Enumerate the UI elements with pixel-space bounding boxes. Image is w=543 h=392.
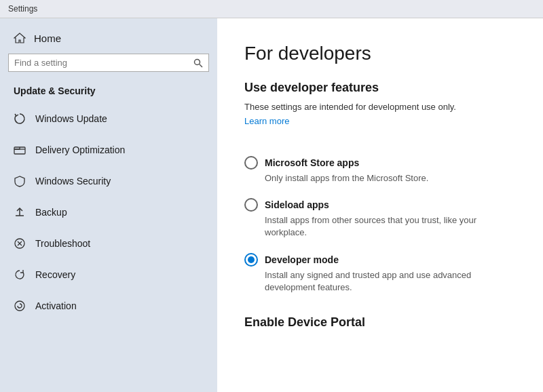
update-icon — [14, 113, 26, 125]
delivery-icon — [14, 144, 26, 156]
sidebar-section-title: Update & Security — [0, 81, 217, 103]
recovery-icon — [14, 269, 26, 281]
radio-group: Microsoft Store apps Only install apps f… — [244, 156, 516, 294]
radio-title-developer-mode: Developer mode — [265, 254, 339, 265]
search-box — [8, 54, 209, 72]
sidebar-item-windows-security[interactable]: Windows Security — [0, 165, 217, 197]
page-title: For developers — [244, 43, 516, 64]
learn-more-link[interactable]: Learn more — [244, 116, 289, 126]
sidebar-item-label: Troubleshoot — [35, 238, 90, 249]
sidebar-item-label: Delivery Optimization — [35, 144, 125, 155]
sidebar-item-activation[interactable]: Activation — [0, 290, 217, 321]
sidebar-item-label: Backup — [35, 207, 67, 218]
sidebar-items-list: Windows Update Delivery Optimization — [0, 103, 217, 321]
sidebar-item-label: Activation — [35, 300, 77, 311]
troubleshoot-icon — [14, 237, 26, 250]
radio-circle-sideload[interactable] — [244, 198, 258, 212]
title-bar: Settings — [0, 0, 543, 18]
sidebar-item-recovery[interactable]: Recovery — [0, 259, 217, 290]
search-input[interactable] — [14, 58, 193, 68]
sidebar-item-label: Recovery — [35, 269, 75, 280]
main-layout: Home Update & Security — [0, 18, 543, 392]
search-button[interactable] — [193, 58, 203, 68]
radio-desc-sideload: Install apps from other sources that you… — [244, 214, 516, 239]
sidebar-item-label: Windows Update — [35, 113, 107, 124]
home-label: Home — [34, 33, 61, 44]
radio-label-row-developer-mode[interactable]: Developer mode — [244, 253, 516, 267]
svg-line-1 — [200, 64, 202, 66]
content-area: For developers Use developer features Th… — [217, 18, 543, 392]
backup-icon — [14, 206, 26, 218]
radio-title-microsoft-store: Microsoft Store apps — [265, 157, 359, 168]
svg-point-9 — [15, 301, 24, 311]
radio-option-sideload: Sideload apps Install apps from other so… — [244, 198, 516, 239]
sidebar-home-button[interactable]: Home — [0, 18, 217, 54]
radio-desc-microsoft-store: Only install apps from the Microsoft Sto… — [244, 172, 516, 184]
sidebar-item-delivery-optimization[interactable]: Delivery Optimization — [0, 134, 217, 165]
radio-label-row-microsoft-store[interactable]: Microsoft Store apps — [244, 156, 516, 170]
radio-circle-microsoft-store[interactable] — [244, 156, 258, 170]
enable-device-portal-title: Enable Device Portal — [244, 315, 516, 330]
home-icon — [14, 32, 26, 44]
svg-point-0 — [195, 59, 200, 64]
title-bar-label: Settings — [8, 4, 37, 14]
radio-option-developer-mode: Developer mode Install any signed and tr… — [244, 253, 516, 294]
radio-label-row-sideload[interactable]: Sideload apps — [244, 198, 516, 212]
search-container — [0, 54, 217, 81]
sidebar-item-backup[interactable]: Backup — [0, 197, 217, 228]
radio-title-sideload: Sideload apps — [265, 199, 329, 210]
sidebar: Home Update & Security — [0, 18, 217, 392]
sidebar-item-windows-update[interactable]: Windows Update — [0, 103, 217, 134]
section-description: These settings are intended for developm… — [244, 102, 516, 112]
sidebar-item-troubleshoot[interactable]: Troubleshoot — [0, 228, 217, 259]
radio-desc-developer-mode: Install any signed and trusted app and u… — [244, 269, 516, 294]
activation-icon — [14, 300, 26, 312]
radio-option-microsoft-store: Microsoft Store apps Only install apps f… — [244, 156, 516, 184]
shield-icon — [14, 175, 26, 187]
sidebar-item-label: Windows Security — [35, 176, 111, 187]
use-developer-features-title: Use developer features — [244, 81, 516, 95]
radio-circle-developer-mode[interactable] — [244, 253, 258, 267]
